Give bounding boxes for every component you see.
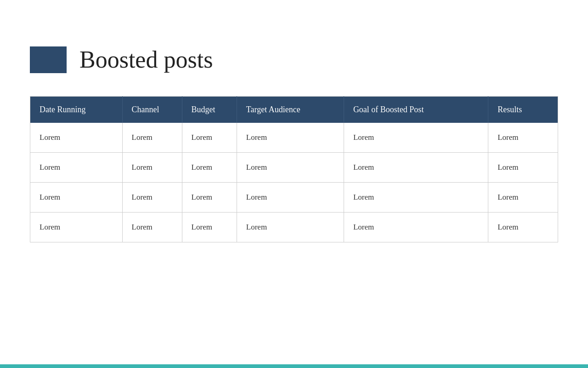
col-header-channel: Channel bbox=[122, 97, 182, 123]
cell-results: Lorem bbox=[488, 153, 558, 183]
content-area: Boosted posts Date Running Channel Budge… bbox=[0, 0, 588, 261]
cell-goal-of-boosted-post: Lorem bbox=[344, 183, 488, 213]
bottom-accent-bar bbox=[0, 364, 588, 368]
cell-goal-of-boosted-post: Lorem bbox=[344, 153, 488, 183]
table-row: LoremLoremLoremLoremLoremLorem bbox=[30, 213, 558, 242]
cell-target-audience: Lorem bbox=[237, 213, 344, 242]
cell-date-running: Lorem bbox=[30, 153, 123, 183]
table-header-row: Date Running Channel Budget Target Audie… bbox=[30, 97, 558, 123]
cell-date-running: Lorem bbox=[30, 183, 123, 213]
header-accent-block bbox=[30, 46, 67, 73]
boosted-posts-table: Date Running Channel Budget Target Audie… bbox=[30, 96, 558, 242]
page-container: Boosted posts Date Running Channel Budge… bbox=[0, 0, 588, 368]
cell-budget: Lorem bbox=[182, 213, 237, 242]
cell-target-audience: Lorem bbox=[237, 153, 344, 183]
col-header-results: Results bbox=[488, 97, 558, 123]
page-title: Boosted posts bbox=[79, 46, 213, 73]
cell-results: Lorem bbox=[488, 183, 558, 213]
cell-channel: Lorem bbox=[122, 213, 182, 242]
col-header-target-audience: Target Audience bbox=[237, 97, 344, 123]
cell-results: Lorem bbox=[488, 213, 558, 242]
table-row: LoremLoremLoremLoremLoremLorem bbox=[30, 183, 558, 213]
cell-budget: Lorem bbox=[182, 183, 237, 213]
cell-budget: Lorem bbox=[182, 123, 237, 153]
col-header-date-running: Date Running bbox=[30, 97, 123, 123]
cell-channel: Lorem bbox=[122, 123, 182, 153]
cell-channel: Lorem bbox=[122, 153, 182, 183]
cell-results: Lorem bbox=[488, 123, 558, 153]
col-header-budget: Budget bbox=[182, 97, 237, 123]
cell-goal-of-boosted-post: Lorem bbox=[344, 123, 488, 153]
table-row: LoremLoremLoremLoremLoremLorem bbox=[30, 123, 558, 153]
cell-target-audience: Lorem bbox=[237, 123, 344, 153]
col-header-goal-of-boosted-post: Goal of Boosted Post bbox=[344, 97, 488, 123]
table-row: LoremLoremLoremLoremLoremLorem bbox=[30, 153, 558, 183]
header-section: Boosted posts bbox=[30, 46, 558, 73]
cell-budget: Lorem bbox=[182, 153, 237, 183]
cell-channel: Lorem bbox=[122, 183, 182, 213]
cell-goal-of-boosted-post: Lorem bbox=[344, 213, 488, 242]
cell-target-audience: Lorem bbox=[237, 183, 344, 213]
cell-date-running: Lorem bbox=[30, 213, 123, 242]
cell-date-running: Lorem bbox=[30, 123, 123, 153]
